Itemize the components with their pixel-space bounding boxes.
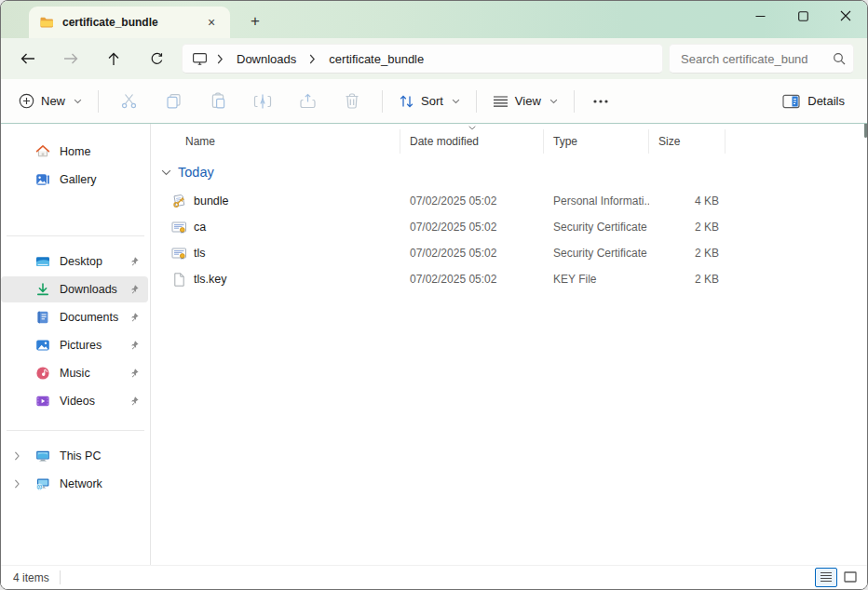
view-lines-icon [493,95,509,108]
file-date: 07/02/2025 05:02 [400,194,544,208]
share-button[interactable] [287,86,328,117]
sidebar-item-pictures[interactable]: Pictures [1,332,148,358]
folder-icon [39,15,54,30]
tab-title: certificate_bundle [62,16,192,29]
breadcrumb-downloads[interactable]: Downloads [229,49,304,69]
downloads-icon [35,282,50,297]
thumbnail-view-toggle[interactable] [839,568,861,587]
view-button[interactable]: View [484,86,566,117]
file-row-ca[interactable]: ca 07/02/2025 05:02 Security Certificate… [151,214,867,240]
rename-button[interactable] [242,86,283,117]
tab-close-icon[interactable]: × [200,11,223,34]
sidebar-item-videos[interactable]: Videos [1,388,148,414]
chevron-down-icon [549,99,558,104]
status-divider [60,570,61,584]
vertical-scrollbar-thumb[interactable] [864,124,867,138]
sidebar-item-documents[interactable]: Documents [1,304,148,330]
tab-certificate-bundle[interactable]: certificate_bundle × [29,7,230,38]
delete-button[interactable] [332,86,373,117]
sidebar-item-desktop[interactable]: Desktop [1,248,148,275]
toolbar-divider [574,90,575,113]
file-type: Security Certificate [544,221,649,234]
chevron-right-icon[interactable] [13,451,22,461]
view-button-label: View [515,94,541,108]
pin-icon [129,312,140,323]
toolbar-divider [98,90,99,113]
sidebar-item-downloads[interactable]: Downloads [1,276,148,302]
sort-button-label: Sort [421,94,443,108]
sort-arrows-icon [399,94,414,109]
sort-button[interactable]: Sort [390,86,468,117]
column-header-type[interactable]: Type [544,129,649,154]
address-bar[interactable]: Downloads certificate_bundle [182,44,663,74]
this-pc-monitor-icon[interactable] [192,51,211,66]
new-button-label: New [41,94,65,108]
file-row-bundle[interactable]: bundle 07/02/2025 05:02 Personal Informa… [151,188,867,214]
breadcrumb-certificate-bundle[interactable]: certificate_bundle [321,49,431,69]
file-size: 2 KB [649,247,726,260]
back-button[interactable] [7,42,49,75]
details-pane-label: Details [807,94,845,108]
music-icon [35,366,50,381]
pin-icon [129,368,140,379]
sidebar-item-music[interactable]: Music [1,360,148,386]
column-header-name[interactable]: Name [151,129,400,154]
file-name: bundle [194,194,229,208]
sidebar-item-home[interactable]: Home [1,139,148,165]
breadcrumb-chevron-icon [305,54,319,64]
new-tab-button[interactable]: + [241,7,269,35]
details-pane-button[interactable]: Details [775,86,852,117]
paste-button[interactable] [197,86,238,117]
sidebar-item-network[interactable]: Network [1,471,148,497]
gallery-icon [35,172,50,187]
copy-button[interactable] [153,86,194,117]
new-button[interactable]: New [10,86,90,117]
more-options-button[interactable] [584,86,617,117]
file-row-tls[interactable]: tls 07/02/2025 05:02 Security Certificat… [151,240,867,266]
cut-button[interactable] [108,86,149,117]
details-view-toggle[interactable] [815,568,837,587]
file-name: tls.key [194,273,226,286]
close-button[interactable] [824,1,867,31]
pictures-icon [35,338,50,353]
file-list-pane: Name Date modified Type Size [151,124,867,565]
forward-button[interactable] [49,42,92,75]
search-input[interactable] [681,52,827,66]
sort-descending-indicator-icon [468,126,476,130]
breadcrumb-chevron-icon [213,54,227,64]
item-count: 4 items [13,571,49,584]
chevron-right-icon[interactable] [13,479,22,489]
this-pc-icon [35,449,50,463]
chevron-down-icon [74,99,82,104]
file-type: Personal Informati... [544,194,649,208]
refresh-button[interactable] [135,42,178,75]
security-certificate-icon [171,246,187,261]
plus-circle-icon [19,93,34,109]
sidebar-item-this-pc[interactable]: This PC [1,443,148,469]
security-certificate-icon [171,220,187,235]
pin-icon [129,256,140,267]
videos-icon [35,394,50,409]
search-box[interactable] [669,44,854,74]
file-size: 4 KB [649,194,726,208]
chevron-down-icon[interactable] [161,169,171,176]
group-header-today[interactable]: Today [151,157,867,187]
sidebar-item-gallery[interactable]: Gallery [1,167,148,193]
maximize-button[interactable] [781,1,824,31]
search-icon[interactable] [833,52,846,65]
up-button[interactable] [92,42,135,75]
navigation-sidebar: Home Gallery [1,124,151,565]
column-header-size[interactable]: Size [649,129,726,154]
file-name: ca [194,221,206,234]
group-label: Today [178,165,214,180]
column-header-date-modified[interactable]: Date modified [400,129,544,154]
tab-bar: certificate_bundle × + [1,1,867,38]
toolbar-divider [476,90,477,113]
file-date: 07/02/2025 05:02 [400,273,544,286]
file-size: 2 KB [649,221,726,234]
file-row-tls-key[interactable]: tls.key 07/02/2025 05:02 KEY File 2 KB [151,266,867,292]
minimize-button[interactable] [739,1,781,31]
documents-icon [35,310,50,325]
key-file-icon [171,272,187,288]
home-icon [35,144,50,159]
